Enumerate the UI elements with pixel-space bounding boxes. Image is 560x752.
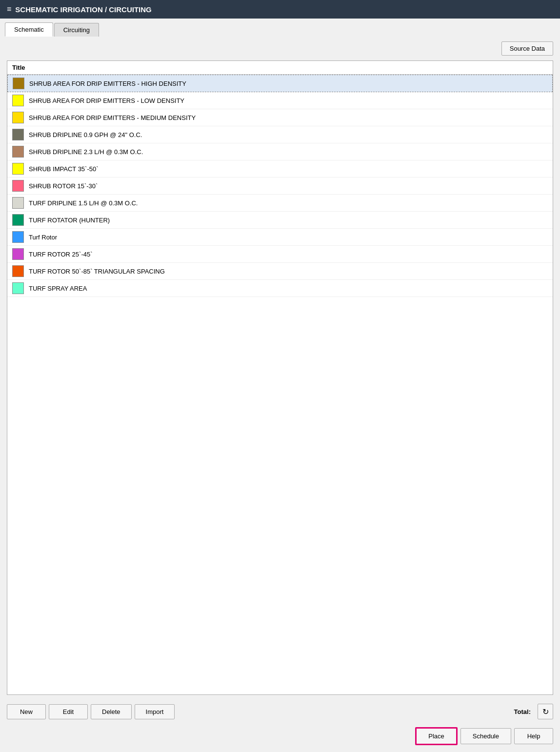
new-button[interactable]: New	[7, 704, 46, 719]
list-item[interactable]: SHRUB ROTOR 15`-30`	[7, 178, 553, 195]
item-label: SHRUB DRIPLINE 2.3 L/H @ 0.3M O.C.	[29, 148, 143, 156]
item-label: TURF SPRAY AREA	[29, 285, 87, 292]
color-swatch	[12, 180, 24, 192]
color-swatch	[12, 197, 24, 209]
item-label: SHRUB IMPACT 35`-50`	[29, 165, 99, 173]
list-item[interactable]: TURF ROTATOR (HUNTER)	[7, 212, 553, 229]
toolbar-row: Source Data	[7, 41, 553, 56]
list-item[interactable]: SHRUB AREA FOR DRIP EMITTERS - HIGH DENS…	[7, 75, 553, 92]
help-button[interactable]: Help	[514, 728, 553, 744]
list-item[interactable]: TURF SPRAY AREA	[7, 280, 553, 297]
list-item[interactable]: SHRUB AREA FOR DRIP EMITTERS - MEDIUM DE…	[7, 109, 553, 126]
title-bar: ≡ SCHEMATIC IRRIGATION / CIRCUITING	[0, 0, 560, 19]
edit-button[interactable]: Edit	[49, 704, 88, 719]
item-label: TURF ROTOR 50`-85` TRIANGULAR SPACING	[29, 268, 165, 275]
bottom-toolbar: New Edit Delete Import Total: ↻	[0, 700, 560, 723]
color-swatch	[12, 248, 24, 260]
color-swatch	[12, 112, 24, 123]
list-item[interactable]: SHRUB AREA FOR DRIP EMITTERS - LOW DENSI…	[7, 92, 553, 109]
color-swatch	[13, 78, 24, 89]
list-item[interactable]: Turf Rotor	[7, 229, 553, 246]
place-button[interactable]: Place	[415, 727, 458, 745]
item-label: SHRUB AREA FOR DRIP EMITTERS - HIGH DENS…	[29, 80, 186, 87]
color-swatch	[12, 265, 24, 277]
window-title: SCHEMATIC IRRIGATION / CIRCUITING	[15, 5, 151, 14]
color-swatch	[12, 282, 24, 294]
list-column-header: Title	[7, 61, 553, 75]
color-swatch	[12, 214, 24, 226]
item-label: SHRUB DRIPLINE 0.9 GPH @ 24" O.C.	[29, 131, 142, 139]
item-label: TURF ROTOR 25`-45`	[29, 251, 93, 258]
list-item[interactable]: TURF ROTOR 50`-85` TRIANGULAR SPACING	[7, 263, 553, 280]
main-panel: Source Data Title SHRUB AREA FOR DRIP EM…	[0, 37, 560, 700]
item-label: Turf Rotor	[29, 234, 57, 241]
color-swatch	[12, 231, 24, 243]
window-icon: ≡	[7, 5, 11, 14]
color-swatch	[12, 129, 24, 140]
import-button[interactable]: Import	[135, 704, 175, 719]
refresh-button[interactable]: ↻	[538, 704, 553, 719]
tabs-bar: Schematic Circuiting	[0, 19, 560, 37]
list-item[interactable]: SHRUB DRIPLINE 0.9 GPH @ 24" O.C.	[7, 126, 553, 143]
color-swatch	[12, 163, 24, 175]
total-label: Total:	[514, 708, 531, 715]
color-swatch	[12, 95, 24, 106]
action-row: Place Schedule Help	[0, 723, 560, 752]
items-list-container: Title SHRUB AREA FOR DRIP EMITTERS - HIG…	[7, 60, 553, 695]
list-item[interactable]: TURF DRIPLINE 1.5 L/H @ 0.3M O.C.	[7, 195, 553, 212]
content-area: Schematic Circuiting Source Data Title S…	[0, 19, 560, 752]
color-swatch	[12, 146, 24, 158]
item-label: SHRUB AREA FOR DRIP EMITTERS - MEDIUM DE…	[29, 114, 196, 121]
source-data-button[interactable]: Source Data	[501, 41, 553, 56]
item-label: SHRUB AREA FOR DRIP EMITTERS - LOW DENSI…	[29, 97, 184, 104]
item-label: TURF DRIPLINE 1.5 L/H @ 0.3M O.C.	[29, 199, 138, 207]
tab-circuiting[interactable]: Circuiting	[54, 23, 99, 37]
list-item[interactable]: TURF ROTOR 25`-45`	[7, 246, 553, 263]
list-item[interactable]: SHRUB DRIPLINE 2.3 L/H @ 0.3M O.C.	[7, 143, 553, 160]
schedule-button[interactable]: Schedule	[460, 728, 511, 744]
item-label: TURF ROTATOR (HUNTER)	[29, 217, 110, 224]
list-item[interactable]: SHRUB IMPACT 35`-50`	[7, 160, 553, 178]
main-window: ≡ SCHEMATIC IRRIGATION / CIRCUITING Sche…	[0, 0, 560, 752]
item-label: SHRUB ROTOR 15`-30`	[29, 182, 98, 190]
delete-button[interactable]: Delete	[91, 704, 132, 719]
tab-schematic[interactable]: Schematic	[5, 22, 53, 37]
